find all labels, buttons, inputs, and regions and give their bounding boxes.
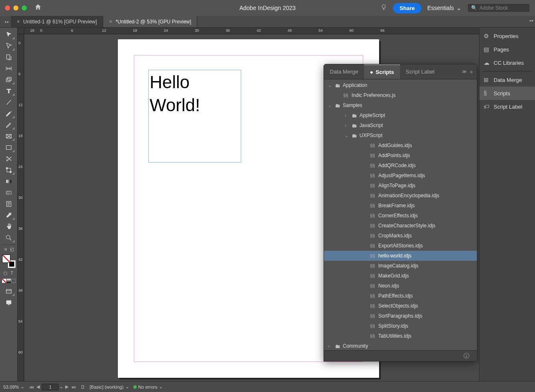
- zoom-tool[interactable]: [2, 232, 15, 243]
- script-row[interactable]: §§SelectObjects.idjs: [324, 301, 477, 311]
- paragraph-style-status[interactable]: [Basic] (working) ⌄: [89, 384, 129, 389]
- fill-stroke-proxy[interactable]: [2, 255, 15, 268]
- script-row[interactable]: §§MakeGrid.idjs: [324, 271, 477, 281]
- info-icon[interactable]: ⓘ: [464, 352, 469, 360]
- document-tab[interactable]: ×*Untitled-2 @ 53% [GPU Preview]: [103, 16, 198, 27]
- vertical-ruler[interactable]: 06121824303642485460: [18, 34, 24, 381]
- open-file-icon[interactable]: 🗋: [81, 384, 85, 389]
- default-fill-stroke-icon[interactable]: ◱: [9, 246, 15, 252]
- page-tool[interactable]: [2, 52, 15, 63]
- tab-data-merge[interactable]: Data Merge: [324, 64, 364, 79]
- gap-tool[interactable]: [2, 63, 15, 74]
- hand-tool[interactable]: [2, 221, 15, 232]
- script-row[interactable]: §§AdjustPageItems.idjs: [324, 171, 477, 181]
- dock-item-pages[interactable]: ▤Pages: [479, 43, 535, 56]
- chevron-down-icon[interactable]: ⌄: [59, 384, 63, 389]
- hints-icon[interactable]: [380, 4, 387, 12]
- dock-item-properties[interactable]: ⚙Properties: [479, 29, 535, 43]
- rectangle-frame-tool[interactable]: [2, 131, 15, 142]
- script-row[interactable]: §§CropMarks.idjs: [324, 231, 477, 241]
- folder-row[interactable]: ⌄🖿Samples: [324, 100, 477, 110]
- script-row[interactable]: §§PathEffects.idjs: [324, 291, 477, 301]
- direct-selection-tool[interactable]: [2, 41, 15, 51]
- share-button[interactable]: Share: [393, 3, 421, 13]
- script-row[interactable]: §§SortParagraphs.idjs: [324, 311, 477, 321]
- script-row[interactable]: §§AddPoints.idjs: [324, 150, 477, 160]
- selection-tool[interactable]: [2, 29, 15, 40]
- dock-item-data-merge[interactable]: ⊞Data Merge: [479, 73, 535, 87]
- folder-row[interactable]: ⌄🖿UXPScript: [324, 130, 477, 140]
- folder-row[interactable]: ⌄🖿Application: [324, 80, 477, 90]
- horizontal-ruler[interactable]: 180612182430364248546066: [24, 28, 479, 34]
- line-tool[interactable]: [2, 97, 15, 108]
- script-row[interactable]: §§Neon.idjs: [324, 281, 477, 291]
- close-tab-icon[interactable]: ×: [109, 18, 112, 25]
- pen-tool[interactable]: [2, 108, 15, 119]
- folder-row[interactable]: ›🖿AppleScript: [324, 110, 477, 120]
- script-row[interactable]: §§hello-world.idjs: [324, 251, 477, 261]
- last-page-button[interactable]: ⏭: [71, 384, 76, 389]
- document-tab[interactable]: ×Untitled-1 @ 61% [GPU Preview]: [11, 16, 103, 27]
- script-row[interactable]: §§ExportAllStories.idjs: [324, 241, 477, 251]
- screen-mode-toggle[interactable]: [2, 297, 15, 308]
- script-row[interactable]: §§BreakFrame.idjs: [324, 201, 477, 211]
- folder-row[interactable]: ›🖿JavaScript: [324, 120, 477, 130]
- adobe-stock-search[interactable]: 🔍 Adobe Stock: [467, 3, 530, 13]
- gradient-feather-tool[interactable]: [2, 187, 15, 198]
- script-row[interactable]: §§CreateCharacterStyle.idjs: [324, 221, 477, 231]
- eyedropper-tool[interactable]: [2, 210, 15, 221]
- script-row[interactable]: §§ImageCatalog.idjs: [324, 261, 477, 271]
- zoom-level[interactable]: 53.08% ⌄: [3, 384, 24, 389]
- chevron-icon[interactable]: ⌄: [328, 103, 332, 108]
- preflight-status[interactable]: No errors ⌄: [133, 384, 163, 389]
- rectangle-tool[interactable]: [2, 142, 15, 153]
- minimize-window-button[interactable]: [13, 5, 18, 10]
- text-frame[interactable]: Hello World!: [148, 70, 241, 163]
- swap-fill-stroke-icon[interactable]: ⤭: [2, 246, 8, 252]
- script-row[interactable]: §§AddGuides.idjs: [324, 140, 477, 150]
- collapse-left-icon[interactable]: ▸▸: [3, 16, 11, 27]
- page-input[interactable]: [42, 384, 59, 390]
- chevron-icon[interactable]: ›: [345, 113, 349, 118]
- tab-script-label[interactable]: Script Label: [400, 64, 441, 79]
- script-row[interactable]: §§CornerEffects.idjs: [324, 211, 477, 221]
- scissors-tool[interactable]: [2, 153, 15, 164]
- gradient-swatch-tool[interactable]: [2, 176, 15, 187]
- apply-gradient-icon[interactable]: [7, 277, 11, 284]
- first-page-button[interactable]: ⏮: [28, 384, 34, 389]
- dock-item-script-label[interactable]: 🏷Script Label: [479, 100, 535, 113]
- workspace-dropdown[interactable]: Essentials ⌄: [427, 5, 461, 11]
- dock-item-cc-libraries[interactable]: ☁CC Libraries: [479, 56, 535, 69]
- collapse-right-icon[interactable]: ◂◂: [529, 18, 533, 23]
- next-page-button[interactable]: ▶: [64, 384, 70, 389]
- script-row[interactable]: §§AnimationEncyclopedia.idjs: [324, 191, 477, 201]
- maximize-window-button[interactable]: [22, 5, 27, 10]
- script-row[interactable]: §§Indic Preferences.js: [324, 90, 477, 100]
- chevron-icon[interactable]: ›: [328, 344, 332, 349]
- collapse-panel-icon[interactable]: ≫: [462, 69, 467, 74]
- type-tool[interactable]: [2, 86, 15, 97]
- close-tab-icon[interactable]: ×: [17, 18, 20, 25]
- pencil-tool[interactable]: [2, 120, 15, 130]
- script-row[interactable]: §§SplitStory.idjs: [324, 321, 477, 331]
- formatting-text-icon[interactable]: T: [9, 270, 15, 276]
- script-row[interactable]: §§TabUtilities.idjs: [324, 331, 477, 341]
- chevron-icon[interactable]: ⌄: [328, 83, 332, 88]
- apply-none-icon[interactable]: [11, 277, 15, 284]
- home-button[interactable]: [34, 3, 42, 13]
- apply-color-icon[interactable]: [2, 277, 6, 284]
- free-transform-tool[interactable]: [2, 165, 15, 176]
- panel-menu-icon[interactable]: ≡: [470, 69, 473, 74]
- folder-row[interactable]: ›🖿Community: [324, 341, 477, 350]
- chevron-icon[interactable]: ⌄: [345, 133, 349, 138]
- chevron-icon[interactable]: ›: [345, 123, 349, 128]
- view-mode-toggle[interactable]: [2, 286, 15, 297]
- close-window-button[interactable]: [5, 5, 10, 10]
- content-collector-tool[interactable]: [2, 74, 15, 85]
- note-tool[interactable]: [2, 199, 15, 209]
- prev-page-button[interactable]: ◀: [35, 384, 41, 389]
- dock-item-scripts[interactable]: §Scripts: [479, 87, 535, 100]
- script-row[interactable]: §§AlignToPage.idjs: [324, 181, 477, 191]
- script-row[interactable]: §§AddQRCode.idjs: [324, 160, 477, 171]
- tab-scripts[interactable]: ●Scripts: [364, 64, 400, 79]
